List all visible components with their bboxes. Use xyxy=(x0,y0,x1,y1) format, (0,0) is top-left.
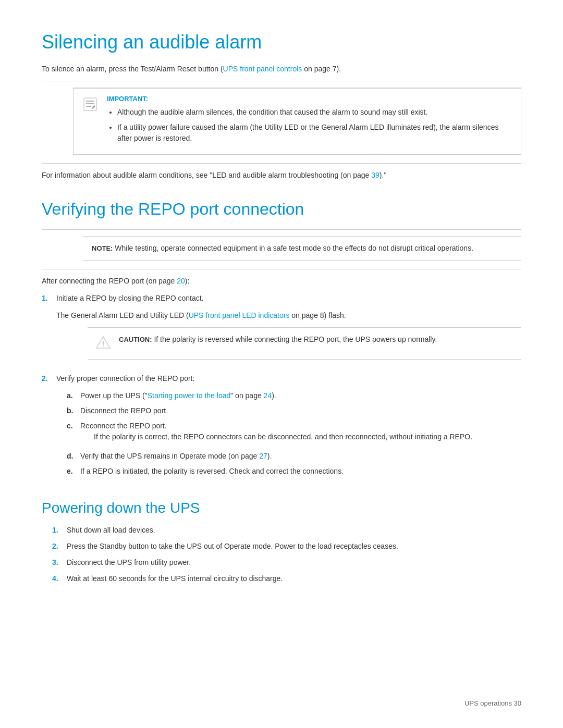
alpha-d-prefix: Verify that the UPS remains in Operate m… xyxy=(80,452,259,460)
alpha-steps: a. Power up the UPS ("Starting power to … xyxy=(67,390,521,477)
note-text: While testing, operate connected equipme… xyxy=(113,244,473,252)
ups-front-panel-controls-link[interactable]: UPS front panel controls xyxy=(223,65,302,73)
silencing-footer-note: For information about audible alarm cond… xyxy=(42,170,521,181)
step-1-sub-page: on page 8 xyxy=(289,311,324,319)
important-bullet-1: Although the audible alarm silences, the… xyxy=(117,107,512,118)
footer-note-suffix: )." xyxy=(380,171,387,179)
powering-down-title: Powering down the UPS xyxy=(42,500,521,516)
caution-content: CAUTION: If the polarity is reversed whi… xyxy=(119,334,437,345)
ups-led-indicators-link[interactable]: UPS front panel LED indicators xyxy=(189,311,290,319)
important-icon xyxy=(82,96,99,113)
caution-box: ! CAUTION: If the polarity is reversed w… xyxy=(88,327,521,360)
powerdown-step-2-text: Press the Standby button to take the UPS… xyxy=(67,541,521,552)
page-27-link[interactable]: 27 xyxy=(259,452,267,460)
step-1-subtext: The General Alarm LED and Utility LED (U… xyxy=(56,310,521,321)
powerdown-step-1: 1. Shut down all load devices. xyxy=(52,525,521,536)
powerdown-step-2-num: 2. xyxy=(52,541,60,552)
divider-after-intro xyxy=(42,81,521,81)
silencing-title: Silencing an audible alarm xyxy=(42,31,521,55)
powerdown-step-2: 2. Press the Standby button to take the … xyxy=(52,541,521,552)
powerdown-step-3: 3. Disconnect the UPS from utility power… xyxy=(52,557,521,568)
powering-down-steps: 1. Shut down all load devices. 2. Press … xyxy=(52,525,521,584)
alpha-c-subnote: If the polarity is correct, the REPO con… xyxy=(94,431,472,442)
important-box: IMPORTANT: Although the audible alarm si… xyxy=(73,88,521,155)
alpha-step-c: c. Reconnect the REPO port. If the polar… xyxy=(67,421,521,447)
important-label: IMPORTANT: xyxy=(107,95,512,103)
verifying-title: Verifying the REPO port connection xyxy=(42,200,521,221)
step-1-sub-suffix: ) flash. xyxy=(324,311,346,319)
divider-after-important xyxy=(42,163,521,164)
page-footer: UPS operations 30 xyxy=(464,699,521,707)
page-39-link[interactable]: 39 xyxy=(371,171,380,179)
important-bullet-2: If a utility power failure caused the al… xyxy=(117,122,512,144)
verifying-intro: After connecting the REPO port (on page … xyxy=(42,276,521,287)
divider-verifying-top xyxy=(42,229,521,230)
divider-after-note xyxy=(42,269,521,269)
silencing-intro-text: To silence an alarm, press the Test/Alar… xyxy=(42,65,223,73)
caution-icon: ! xyxy=(96,335,111,353)
alpha-b-letter: b. xyxy=(67,405,75,416)
verifying-intro-suffix: ): xyxy=(185,277,190,285)
powerdown-step-3-text: Disconnect the UPS from utility power. xyxy=(67,557,521,568)
svg-rect-0 xyxy=(84,98,96,110)
important-list: Although the audible alarm silences, the… xyxy=(107,107,512,144)
step-1-sub-prefix: The General Alarm LED and Utility LED ( xyxy=(56,311,189,319)
starting-power-link[interactable]: Starting power to the load xyxy=(148,391,231,400)
alpha-d-text: Verify that the UPS remains in Operate m… xyxy=(80,451,272,462)
powerdown-step-4: 4. Wait at least 60 seconds for the UPS … xyxy=(52,573,521,584)
alpha-b-text: Disconnect the REPO port. xyxy=(80,405,168,416)
alpha-step-e: e. If a REPO is initiated, the polarity … xyxy=(67,466,521,477)
note-box: NOTE: While testing, operate connected e… xyxy=(83,236,521,261)
powerdown-step-4-num: 4. xyxy=(52,573,60,584)
step-2-num: 2. xyxy=(42,373,50,481)
powerdown-step-1-text: Shut down all load devices. xyxy=(67,525,521,536)
repo-port-page-link[interactable]: 20 xyxy=(177,277,185,285)
page-24-link[interactable]: 24 xyxy=(264,391,272,400)
alpha-e-text: If a REPO is initiated, the polarity is … xyxy=(80,466,344,477)
alpha-a-letter: a. xyxy=(67,390,75,401)
note-label: NOTE: xyxy=(92,244,113,252)
step-2: 2. Verify proper connection of the REPO … xyxy=(42,373,521,481)
step-1: 1. Initiate a REPO by closing the REPO c… xyxy=(42,293,521,368)
alpha-step-d: d. Verify that the UPS remains in Operat… xyxy=(67,451,521,462)
verifying-section: Verifying the REPO port connection NOTE:… xyxy=(42,200,521,481)
step-1-content: Initiate a REPO by closing the REPO cont… xyxy=(56,293,521,368)
footer-note-prefix: For information about audible alarm cond… xyxy=(42,171,371,179)
alpha-a-link-suffix: " on page xyxy=(230,391,263,400)
powerdown-step-1-num: 1. xyxy=(52,525,60,536)
alpha-d-letter: d. xyxy=(67,451,75,462)
powerdown-step-4-text: Wait at least 60 seconds for the UPS int… xyxy=(67,573,521,584)
verifying-intro-text: After connecting the REPO port (on page xyxy=(42,277,177,285)
powering-down-section: Powering down the UPS 1. Shut down all l… xyxy=(42,500,521,584)
svg-text:!: ! xyxy=(102,340,104,348)
alpha-a-text: Power up the UPS ("Starting power to the… xyxy=(80,390,276,401)
silencing-intro: To silence an alarm, press the Test/Alar… xyxy=(42,64,521,75)
important-content: IMPORTANT: Although the audible alarm si… xyxy=(107,95,512,148)
silencing-intro-page: on page 7). xyxy=(302,65,341,73)
alpha-e-letter: e. xyxy=(67,466,75,477)
alpha-c-text: Reconnect the REPO port. xyxy=(80,422,167,430)
alpha-step-b: b. Disconnect the REPO port. xyxy=(67,405,521,416)
alpha-step-a: a. Power up the UPS ("Starting power to … xyxy=(67,390,521,401)
step-1-text: Initiate a REPO by closing the REPO cont… xyxy=(56,293,521,304)
caution-text: If the polarity is reversed while connec… xyxy=(152,335,437,343)
alpha-a-suffix: ). xyxy=(272,391,276,400)
step-2-text: Verify proper connection of the REPO por… xyxy=(56,373,521,384)
step-2-content: Verify proper connection of the REPO por… xyxy=(56,373,521,481)
powerdown-step-3-num: 3. xyxy=(52,557,60,568)
caution-label: CAUTION: xyxy=(119,336,152,343)
silencing-section: Silencing an audible alarm To silence an… xyxy=(42,31,521,181)
footer-text: UPS operations 30 xyxy=(464,699,521,707)
alpha-d-suffix: ). xyxy=(267,452,272,460)
step-1-num: 1. xyxy=(42,293,50,368)
alpha-c-letter: c. xyxy=(67,421,75,447)
alpha-c-content: Reconnect the REPO port. If the polarity… xyxy=(80,421,472,447)
alpha-a-prefix: Power up the UPS (" xyxy=(80,391,148,400)
